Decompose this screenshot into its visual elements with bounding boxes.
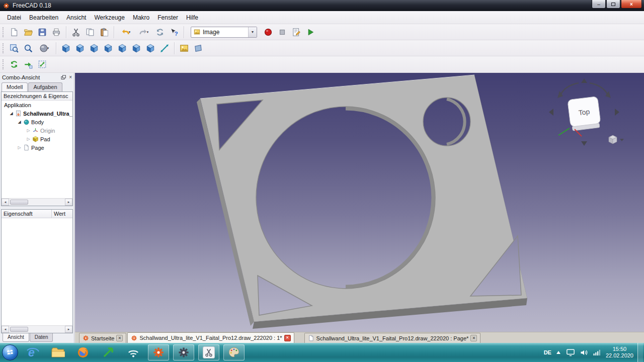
scroll-left-icon[interactable]: ◂ [2,199,9,206]
axonometric-view-button[interactable] [59,41,73,55]
chevron-down-icon[interactable] [620,139,624,141]
explorer-taskbar-button[interactable] [47,344,68,360]
3d-viewport[interactable]: Top [75,73,644,332]
tree-column-header[interactable]: Bezeichnungen & Eigensc [2,92,72,101]
whats-this-button[interactable] [167,25,181,39]
image-export-button[interactable] [21,57,35,71]
redo-button[interactable]: ▼ [135,25,153,39]
right-view-button[interactable] [101,41,115,55]
close-tab-icon[interactable]: ✕ [116,335,123,341]
edit-macro-button[interactable] [289,25,303,39]
collapse-arrow-icon[interactable]: ▷ [26,137,31,141]
firefox-taskbar-button[interactable] [72,344,94,360]
menu-ansicht[interactable]: Ansicht [62,12,90,23]
close-tab-icon[interactable]: ✕ [284,335,291,341]
hidden-icons-chevron[interactable] [555,350,561,355]
nav-arrow-left-icon[interactable] [549,109,553,116]
show-desktop-button[interactable] [637,343,643,362]
property-horizontal-scrollbar[interactable]: ◂ ▸ [2,325,72,333]
expand-arrow-icon[interactable]: ◢ [9,111,14,116]
scroll-right-icon[interactable]: ▸ [65,326,72,333]
paint-taskbar-button[interactable] [223,344,245,360]
close-panel-icon[interactable]: × [69,75,72,80]
bottom-view-button[interactable] [129,41,143,55]
nav-cube-body[interactable]: Top [568,97,601,131]
tree-item-pad[interactable]: ▷ Pad [2,135,72,143]
rotate-left-arrow-icon[interactable] [560,83,579,95]
scrollbar-thumb[interactable] [10,200,28,205]
print-button[interactable] [49,25,63,39]
nav-arrow-down-icon[interactable] [581,141,587,146]
menu-werkzeuge[interactable]: Werkzeuge [90,12,128,23]
property-column-wert[interactable]: Wert [52,210,67,218]
workbench-selector[interactable]: Image ▼ [191,27,257,38]
plate-top-face[interactable] [200,75,527,322]
box-zoom-button[interactable] [21,41,35,55]
tab-modell[interactable]: Modell [2,82,28,92]
nav-arrow-up-icon[interactable] [581,78,587,83]
save-button[interactable] [35,25,49,39]
close-tab-icon[interactable]: ✕ [470,335,477,341]
menu-hilfe[interactable]: Hilfe [182,12,202,23]
nav-mini-cube-icon[interactable] [609,135,624,144]
volume-icon[interactable] [580,348,589,356]
refresh-button[interactable] [153,25,167,39]
tree-horizontal-scrollbar[interactable]: ◂ ▸ [2,198,72,206]
open-image-button[interactable] [177,41,191,55]
tree-item-document[interactable]: ◢ Schallwand_Ultra_lite_V1_Faital_Pro12 [2,109,72,118]
cut-2d-taskbar-button[interactable] [198,344,219,360]
top-view-button[interactable] [87,41,101,55]
rear-view-button[interactable] [115,41,129,55]
start-button[interactable] [2,344,18,360]
create-image-plane-button[interactable] [191,41,205,55]
green-tool-taskbar-button[interactable] [98,344,119,360]
display-icon[interactable] [566,348,576,357]
float-panel-icon[interactable] [61,75,66,80]
open-document-button[interactable] [21,25,35,39]
network-icon[interactable] [593,348,602,356]
expand-arrow-icon[interactable]: ◢ [17,120,22,124]
rotate-right-arrow-icon[interactable] [590,83,608,95]
draw-style-button[interactable]: ▼ [35,41,53,55]
scroll-left-icon[interactable]: ◂ [2,326,9,333]
measure-distance-button[interactable] [157,41,172,55]
close-button[interactable]: × [621,0,642,9]
paste-button[interactable] [97,25,111,39]
menu-bearbeiten[interactable]: Bearbeiten [25,12,62,23]
toolbar-grip[interactable] [3,43,5,53]
nav-arrow-right-icon[interactable] [615,109,619,116]
tab-ansicht[interactable]: Ansicht [3,333,29,342]
stop-macro-button[interactable] [275,25,289,39]
keyboard-language-indicator[interactable]: DE [544,349,551,355]
property-column-eigenschaft[interactable]: Eigenschaft [2,210,52,218]
tree-item-page[interactable]: ▷ Page [2,143,72,152]
collapse-arrow-icon[interactable]: ▷ [26,128,31,133]
tab-document-3d[interactable]: Schallwand_Ultra_lite_V1_Faital_Pro12.dr… [127,332,294,343]
title-bar[interactable]: FreeCAD 0.18 – × [0,0,644,11]
collapse-arrow-icon[interactable]: ▷ [17,145,22,150]
fit-all-button[interactable] [7,41,21,55]
freecad-taskbar-button[interactable] [148,344,169,360]
cut-button[interactable] [69,25,83,39]
tree-root-application[interactable]: Applikation [2,101,72,109]
scrollbar-thumb[interactable] [10,327,28,332]
maximize-button[interactable] [606,0,620,9]
tree-item-origin[interactable]: ▷ Origin [2,126,72,135]
taskbar-clock[interactable]: 15:50 22.02.2020 [606,346,633,359]
menu-fenster[interactable]: Fenster [153,12,182,23]
copy-button[interactable] [83,25,97,39]
wireless-taskbar-button[interactable] [123,344,144,360]
tab-aufgaben[interactable]: Aufgaben [28,82,62,92]
execute-macro-button[interactable] [303,25,317,39]
new-document-button[interactable] [7,25,21,39]
pad-model-baffle[interactable] [197,75,527,329]
image-sync-button[interactable] [7,57,21,71]
record-macro-button[interactable] [261,25,275,39]
tab-document-page[interactable]: Schallwand_Ultra_lite_V1_Faital_Pro12.dr… [304,333,481,343]
property-list-empty[interactable] [2,218,72,325]
navigation-cube[interactable]: Top [545,76,631,151]
toolbar-grip[interactable] [3,27,5,37]
undo-button[interactable]: ▼ [117,25,135,39]
scroll-right-icon[interactable]: ▸ [65,199,72,206]
minimize-button[interactable]: – [592,0,606,9]
